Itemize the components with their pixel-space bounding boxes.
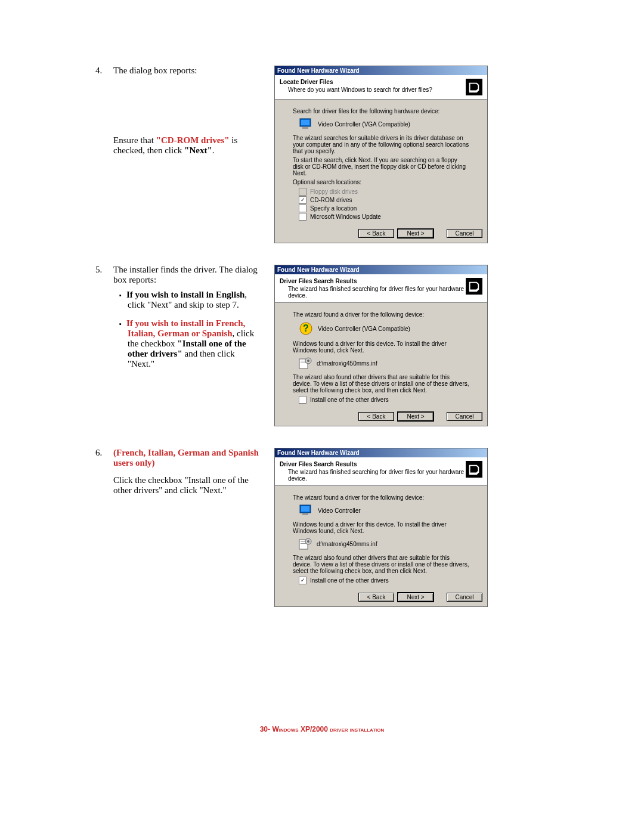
svg-rect-1 xyxy=(301,120,309,125)
d2-device: Video Controller (VGA Compatible) xyxy=(318,326,410,332)
label-install-other: Install one of the other drivers xyxy=(310,577,389,584)
d1-search-label: Search for driver files for the followin… xyxy=(293,108,469,114)
d1-opt-label: Optional search locations: xyxy=(293,179,469,185)
dialog-title: Found New Hardware Wizard xyxy=(275,265,487,274)
monitor-icon xyxy=(299,504,313,516)
step4-instruction: Ensure that "CD-ROM drives" is checked, … xyxy=(113,135,262,156)
monitor-icon xyxy=(299,118,313,130)
d3-l3: The wizard also found other drivers that… xyxy=(293,555,469,574)
checkbox-install-other-checked[interactable]: ✓ xyxy=(299,577,306,584)
wizard-icon xyxy=(466,278,482,295)
svg-point-17 xyxy=(307,540,309,543)
checkbox-cdrom[interactable]: ✓ xyxy=(299,196,306,204)
step6-title: (French, Italian, German and Spanish use… xyxy=(113,448,262,468)
d3-path: d:\matrox\g450mms.inf xyxy=(317,541,377,547)
back-button[interactable]: < Back xyxy=(358,229,394,238)
dialog-title: Found New Hardware Wizard xyxy=(275,66,487,75)
d2-l1: The wizard found a driver for the follow… xyxy=(293,311,469,318)
wizard-icon xyxy=(466,79,482,95)
d2-path: d:\matrox\g450mms.inf xyxy=(317,360,377,367)
inf-file-icon xyxy=(299,357,312,369)
checkbox-specify[interactable] xyxy=(299,205,306,212)
label-wupdate: Microsoft Windows Update xyxy=(310,213,381,220)
step5-bullet1: If you wish to install in English, click… xyxy=(119,290,262,310)
step4-line1: The dialog box reports: xyxy=(113,66,262,76)
label-floppy: Floppy disk drives xyxy=(310,188,358,195)
next-button[interactable]: Next > xyxy=(398,593,434,602)
dialog-locate-driver: Found New Hardware Wizard Locate Driver … xyxy=(274,66,488,243)
step4-number: 4. xyxy=(95,66,113,156)
dialog-header-title: Locate Driver Files xyxy=(280,79,466,85)
back-button[interactable]: < Back xyxy=(358,412,394,421)
cancel-button[interactable]: Cancel xyxy=(447,412,482,421)
svg-rect-2 xyxy=(302,127,308,129)
wizard-icon xyxy=(466,461,482,478)
step5-bullet2: If you wish to install in French, Italia… xyxy=(119,318,262,369)
svg-point-9 xyxy=(307,360,309,362)
next-button[interactable]: Next > xyxy=(398,229,434,238)
page-footer: 30- Windows XP/2000 driver installation xyxy=(0,725,644,733)
step6-body: Click the checkbox "Install one of the o… xyxy=(113,475,262,496)
checkbox-floppy[interactable] xyxy=(299,188,306,196)
cancel-button[interactable]: Cancel xyxy=(447,229,482,238)
svg-rect-11 xyxy=(301,506,309,512)
d3-l1: The wizard found a driver for the follow… xyxy=(293,494,469,501)
dialog-header-title: Driver Files Search Results xyxy=(280,278,466,284)
svg-rect-12 xyxy=(302,513,308,515)
checkbox-wupdate[interactable] xyxy=(299,213,306,221)
svg-text:?: ? xyxy=(303,323,309,333)
step5-line1: The installer finds the driver. The dial… xyxy=(113,265,262,285)
dialog-results-2: Found New Hardware Wizard Driver Files S… xyxy=(274,448,488,607)
d1-device: Video Controller (VGA Compatible) xyxy=(318,121,410,128)
dialog-header-sub: The wizard has finished searching for dr… xyxy=(288,286,466,299)
d3-device: Video Controller xyxy=(318,507,361,514)
dialog-title: Found New Hardware Wizard xyxy=(275,448,487,457)
label-specify: Specify a location xyxy=(310,205,357,212)
dialog-results-1: Found New Hardware Wizard Driver Files S… xyxy=(274,265,488,426)
next-button[interactable]: Next > xyxy=(398,412,434,421)
dialog-header-sub: The wizard has finished searching for dr… xyxy=(288,469,466,482)
dialog-header-title: Driver Files Search Results xyxy=(280,461,466,467)
question-icon: ? xyxy=(299,321,313,336)
cancel-button[interactable]: Cancel xyxy=(447,593,482,602)
label-cdrom: CD-ROM drives xyxy=(310,197,352,203)
d2-l3: The wizard also found other drivers that… xyxy=(293,374,469,394)
checkbox-install-other[interactable] xyxy=(299,396,306,404)
dialog-header-sub: Where do you want Windows to search for … xyxy=(288,86,466,93)
d1-desc1: The wizard searches for suitable drivers… xyxy=(293,135,469,154)
step6-number: 6. xyxy=(95,448,113,496)
back-button[interactable]: < Back xyxy=(358,593,394,602)
label-install-other: Install one of the other drivers xyxy=(310,397,389,403)
step5-number: 5. xyxy=(95,265,113,377)
d1-desc2: To start the search, click Next. If you … xyxy=(293,157,469,176)
inf-file-icon xyxy=(299,538,312,550)
d3-l2: Windows found a driver for this device. … xyxy=(293,521,469,534)
d2-l2: Windows found a driver for this device. … xyxy=(293,340,469,354)
